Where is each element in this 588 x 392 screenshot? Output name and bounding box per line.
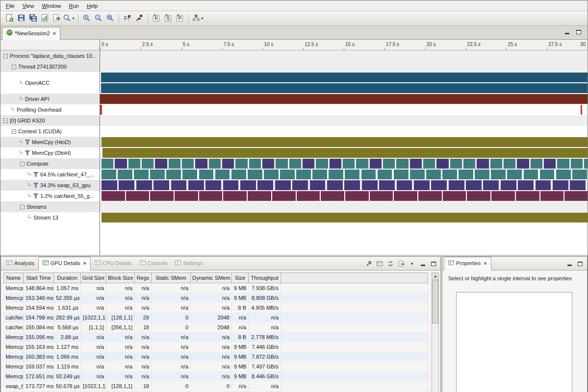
timeline-bar[interactable] (312, 170, 327, 179)
timeline-row-streams[interactable]: −Streams (0, 201, 588, 212)
minimize-icon[interactable] (562, 28, 571, 36)
timeline-bar[interactable] (477, 159, 488, 169)
timeline-bar[interactable] (443, 191, 466, 201)
close-icon[interactable]: × (83, 260, 86, 266)
table-row[interactable]: Memcpy160.383 ms1.066 msn/an/an/an/an/a9… (4, 352, 428, 362)
timeline-bar[interactable] (182, 159, 194, 169)
timeline-bar[interactable] (248, 170, 262, 179)
timeline-bar[interactable] (292, 180, 308, 190)
table-row[interactable]: calcNext155.084 ms5.568 µs[1,1,1][256,1,… (4, 322, 428, 332)
timeline-bar[interactable] (414, 180, 430, 190)
timeline-bar[interactable] (310, 180, 326, 190)
timeline-bar[interactable] (248, 191, 271, 201)
tab-properties[interactable]: Properties × (444, 257, 491, 270)
timeline-bar[interactable] (275, 180, 291, 190)
timeline-bar[interactable] (450, 159, 462, 169)
timeline-row-openacc[interactable]: OpenACC (0, 72, 588, 94)
timeline-bar[interactable] (240, 180, 256, 190)
close-icon[interactable]: × (484, 260, 486, 266)
timeline-bar[interactable] (483, 180, 499, 190)
timeline-bar[interactable] (584, 159, 588, 169)
timeline-bar[interactable] (175, 191, 198, 201)
timeline-bar[interactable] (518, 180, 534, 190)
session-tab[interactable]: *NewSession2 × (2, 27, 60, 40)
timeline-bar[interactable] (249, 159, 261, 169)
zoom-select-button[interactable]: ▼ (62, 13, 76, 24)
timeline-bar[interactable] (329, 170, 343, 179)
timeline-row-thread-2741307200[interactable]: −Thread 2741307200 (0, 61, 588, 72)
timeline-bar[interactable] (517, 159, 529, 169)
timeline-bar[interactable] (570, 180, 586, 190)
timeline-row-stream-13[interactable]: Stream 13 (0, 212, 588, 223)
table-row[interactable]: calcNext154.798 ms282.99 µs[1022,1,1][12… (4, 313, 428, 322)
timeline-bar[interactable] (303, 159, 314, 169)
timeline-row-memcpy-dtoh[interactable]: MemCpy (DtoH) (0, 147, 588, 158)
timeline-row-driver-api[interactable]: Driver API (0, 94, 588, 104)
timeline-bar[interactable] (466, 180, 482, 190)
locate-in-timeline-icon[interactable] (364, 260, 373, 268)
configure-columns-icon[interactable] (375, 260, 384, 268)
timeline-row-0-grid-k520[interactable]: −[0] GRID K520 (0, 115, 588, 126)
timeline-bar[interactable] (418, 191, 442, 201)
timeline-bar[interactable] (449, 180, 464, 190)
timeline-bar[interactable] (571, 159, 583, 169)
collapse-icon[interactable]: − (3, 54, 8, 58)
tab-gpu-details[interactable]: GPU Details× (38, 257, 91, 270)
timeline-bar[interactable] (280, 170, 295, 179)
timeline-bar[interactable] (467, 191, 490, 201)
timeline-bar[interactable] (289, 159, 301, 169)
timeline-row-compute[interactable]: −Compute (0, 158, 588, 169)
minimize-icon[interactable] (418, 260, 427, 268)
marker-select-button[interactable] (133, 13, 145, 24)
timeline-bar[interactable] (171, 180, 187, 190)
timeline-bar[interactable] (410, 170, 425, 179)
timeline-bar[interactable] (524, 170, 538, 179)
timeline-bar[interactable] (264, 170, 279, 179)
timeline-row-64-5-calcnext-47[interactable]: 64.5% calcNext_47_... (0, 169, 588, 180)
timeline-row-memcpy-htod[interactable]: MemCpy (HtoD) (0, 137, 588, 147)
timeline-bar[interactable] (297, 191, 320, 201)
timeline-bar[interactable] (153, 180, 169, 190)
timeline-bar[interactable] (463, 159, 475, 169)
timeline-bar[interactable] (507, 170, 522, 179)
tab-settings[interactable]: Settings (171, 257, 206, 270)
timeline-bar[interactable] (118, 170, 132, 179)
new-session-button[interactable] (3, 13, 15, 24)
view-menu-icon[interactable]: ▼ (408, 260, 416, 268)
menu-file[interactable]: File (2, 1, 19, 10)
timeline-bar[interactable] (556, 170, 571, 179)
timeline-row-process-laplace-data-clauses-10[interactable]: −Process "laplace_data_clauses 10... (0, 50, 588, 61)
collapse-icon[interactable]: − (12, 65, 16, 69)
timeline-row-context-1-cuda[interactable]: −Context 1 (CUDA) (0, 126, 588, 137)
timeline-bar[interactable] (379, 180, 395, 190)
table-row[interactable]: Memcpy154.594 ms1.631 µsn/an/an/an/an/a8… (4, 303, 428, 313)
stream-letter-button[interactable]: S (162, 13, 174, 24)
timeline-bar[interactable] (343, 159, 355, 169)
timeline-bar[interactable] (166, 170, 181, 179)
timeline-bar[interactable] (540, 170, 555, 179)
timeline-bar[interactable] (126, 191, 150, 201)
timeline-bar[interactable] (142, 159, 153, 169)
export-profile-button[interactable] (51, 13, 62, 24)
timeline-bar[interactable] (209, 159, 221, 169)
export-table-icon[interactable] (397, 260, 406, 268)
process-letter-button[interactable]: P (174, 13, 186, 24)
menu-view[interactable]: View (19, 1, 38, 10)
table-row[interactable]: Memcpy172.651 ms93.249 µsn/an/an/an/an/a… (4, 371, 428, 381)
timeline-bar[interactable] (581, 105, 582, 115)
table-row[interactable]: Memcpy155.163 ms1.127 msn/an/an/an/an/a9… (4, 342, 428, 352)
timeline-bar[interactable] (223, 180, 239, 190)
timeline-bar[interactable] (134, 170, 149, 179)
timeline-bar[interactable] (223, 191, 247, 201)
marker-flag-button[interactable]: F (122, 13, 133, 24)
timeline-bar[interactable] (321, 191, 344, 201)
timeline-bar[interactable] (150, 191, 174, 201)
timeline-bar[interactable] (431, 180, 447, 190)
collapse-icon[interactable]: − (20, 162, 25, 166)
timeline-bar[interactable] (199, 170, 214, 179)
timeline-bar[interactable] (501, 180, 516, 190)
timeline-bar[interactable] (102, 180, 117, 190)
menu-run[interactable]: Run (65, 1, 83, 10)
timeline-row-profiling-overhead[interactable]: Profiling Overhead (0, 104, 588, 115)
zoom-out-button[interactable] (93, 13, 104, 24)
